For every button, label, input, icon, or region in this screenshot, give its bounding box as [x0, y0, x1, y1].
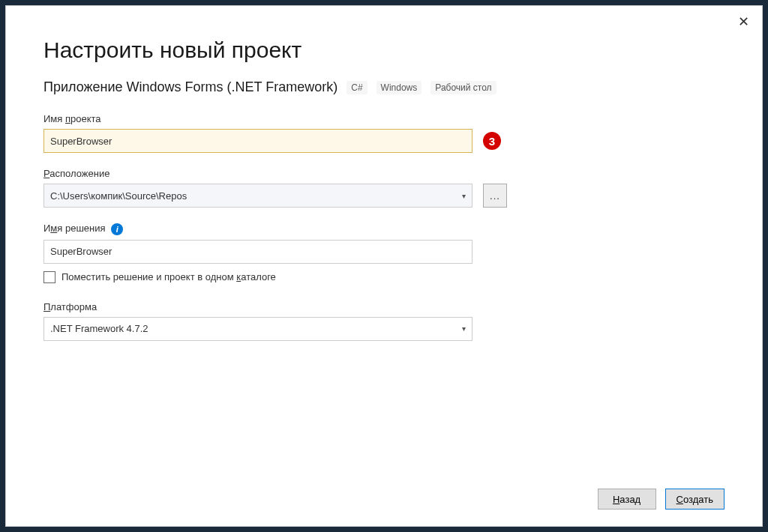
project-template-name: Приложение Windows Forms (.NET Framework… [44, 79, 338, 95]
location-label: Расположение [44, 168, 110, 179]
tag-language: C# [346, 81, 367, 94]
browse-location-button[interactable]: ... [483, 184, 507, 208]
field-location: Расположение C:\Users\компик\Source\Repo… [44, 166, 724, 208]
close-button[interactable]: ✕ [736, 15, 750, 28]
create-button[interactable]: Создать [665, 489, 724, 510]
tag-platform: Windows [376, 81, 422, 94]
footer-buttons: Назад Создать [598, 489, 724, 510]
info-icon[interactable]: i [111, 223, 123, 235]
solution-name-input[interactable] [44, 240, 472, 264]
subtitle-row: Приложение Windows Forms (.NET Framework… [44, 79, 724, 95]
field-project-name: Имя проекта 3 [44, 112, 724, 153]
same-directory-row[interactable]: Поместить решение и проект в одном катал… [44, 271, 724, 283]
project-name-input[interactable] [44, 129, 472, 153]
field-solution-name: Имя решения i Поместить решение и проект… [44, 221, 724, 283]
back-button[interactable]: Назад [598, 489, 656, 510]
field-framework: Платформа .NET Framework 4.7.2 ▾ [44, 300, 724, 341]
page-title: Настроить новый проект [44, 37, 724, 63]
same-directory-label: Поместить решение и проект в одном катал… [62, 271, 276, 282]
project-name-label: Имя проекта [44, 113, 101, 124]
chevron-down-icon: ▾ [462, 192, 466, 200]
location-dropdown[interactable]: C:\Users\компик\Source\Repos ▾ [44, 184, 472, 208]
tag-type: Рабочий стол [430, 81, 496, 94]
solution-name-label: Имя решения i [44, 223, 123, 235]
framework-label: Платформа [44, 301, 97, 312]
configure-project-window: ✕ Настроить новый проект Приложение Wind… [5, 5, 763, 527]
same-directory-checkbox[interactable] [44, 271, 56, 283]
callout-badge-3: 3 [483, 132, 501, 150]
chevron-down-icon: ▾ [462, 324, 466, 333]
framework-dropdown[interactable]: .NET Framework 4.7.2 ▾ [44, 317, 472, 341]
